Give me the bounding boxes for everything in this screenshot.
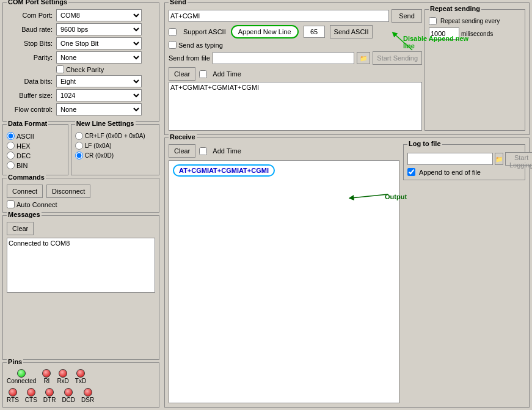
support-ascii-label: Support ASCII	[183, 28, 226, 35]
data-bits-select[interactable]: Eight	[56, 75, 142, 87]
append-annotation: Disable Append new line	[403, 35, 468, 49]
repeat-checkbox[interactable]	[429, 17, 437, 25]
send-from-file-label: Send from file	[169, 54, 210, 62]
connect-button[interactable]: Connect	[7, 185, 43, 198]
messages-section: Messages Clear Connected to COM8	[2, 215, 159, 360]
send-section: Send AT+CGMI Send Support ASCII Append N…	[164, 2, 530, 135]
log-file-input[interactable]	[407, 153, 493, 165]
nl-cr-radio[interactable]	[75, 152, 83, 159]
baud-rate-select[interactable]: 9600 bps	[56, 23, 142, 35]
pins-title: Pins	[7, 358, 23, 365]
ri-led	[42, 369, 51, 378]
flow-control-label: Flow control:	[7, 106, 53, 113]
repeat-label: Repeat sending every	[440, 18, 500, 24]
com-port-title: COM Port Settings	[7, 0, 68, 5]
send-button[interactable]: Send	[392, 9, 422, 23]
ascii-number-input[interactable]: 65	[304, 26, 325, 38]
stop-bits-select[interactable]: One Stop Bit	[56, 37, 142, 49]
auto-connect-checkbox[interactable]	[7, 200, 15, 208]
receive-add-time-checkbox[interactable]	[199, 147, 207, 155]
support-ascii-checkbox[interactable]	[169, 28, 177, 36]
check-parity-label: Check Parity	[66, 66, 104, 73]
messages-title: Messages	[7, 211, 42, 218]
send-text-area: AT+CGMIAT+CGMIAT+CGMI	[169, 82, 422, 131]
buffer-size-select[interactable]: 1024	[56, 89, 142, 101]
send-as-typing-label: Send as typing	[178, 42, 223, 49]
parity-label: Parity:	[7, 54, 53, 61]
receive-text-area: AT+CGMIAT+CGMIAT+CGMI	[169, 160, 399, 403]
cts-led	[27, 388, 35, 397]
receive-add-time-label: Add Time	[213, 147, 241, 155]
append-end-checkbox[interactable]	[407, 168, 415, 176]
receive-title: Receive	[169, 133, 197, 141]
commands-title: Commands	[7, 174, 46, 181]
messages-text-area: Connected to COM8	[7, 238, 155, 293]
send-clear-button[interactable]: Clear	[169, 67, 195, 81]
start-logging-button[interactable]: Start Logging	[505, 152, 532, 166]
send-ascii-button[interactable]: Send ASCII	[330, 25, 373, 38]
flow-control-select[interactable]: None	[56, 103, 142, 115]
com-port-label: Com Port:	[7, 12, 53, 19]
receive-highlight-text: AT+CGMIAT+CGMIAT+CGMI	[173, 164, 275, 177]
parity-select[interactable]: None	[56, 51, 142, 64]
com-port-settings: COM Port Settings Com Port: COM8 Baud ra…	[2, 2, 159, 122]
messages-clear-button[interactable]: Clear	[7, 222, 34, 235]
auto-connect-label: Auto Connect	[16, 201, 57, 208]
output-annotation: Output	[385, 193, 407, 200]
add-time-label: Add Time	[213, 70, 241, 78]
df-hex-radio[interactable]	[7, 142, 15, 150]
log-title: Log to file	[407, 140, 442, 147]
df-dec-radio[interactable]	[7, 152, 15, 159]
newline-title: New Line Settings	[75, 120, 136, 127]
nl-lf-radio[interactable]	[75, 142, 83, 150]
dtr-led	[45, 388, 54, 397]
send-as-typing-checkbox[interactable]	[169, 41, 177, 49]
rts-led	[9, 388, 17, 397]
txd-led	[76, 369, 85, 378]
baud-rate-label: Baud rate:	[7, 26, 53, 33]
receive-section: Receive Clear Add Time AT+CGMIAT+CGMIAT+…	[164, 137, 530, 408]
send-input[interactable]: AT+CGMI	[169, 10, 389, 22]
append-end-label: Append to end of file	[419, 169, 481, 176]
df-bin-radio[interactable]	[7, 161, 15, 169]
newline-settings-section: New Line Settings CR+LF (0x0D + 0x0A) LF…	[71, 124, 159, 175]
pins-section: Pins Connected RI RxD	[2, 362, 159, 408]
browse-button[interactable]: 📁	[357, 52, 370, 64]
df-ascii-radio[interactable]	[7, 132, 15, 140]
append-new-line-button[interactable]: Append New Line	[231, 25, 299, 38]
send-file-input[interactable]	[213, 52, 354, 64]
nl-crlf-radio[interactable]	[75, 132, 83, 140]
commands-section: Commands Connect Disconnect Auto Connect	[2, 178, 159, 213]
rxd-led	[59, 369, 67, 378]
dcd-led	[64, 388, 73, 397]
disconnect-button[interactable]: Disconnect	[46, 185, 90, 198]
check-parity-checkbox[interactable]	[56, 65, 64, 73]
receive-clear-button[interactable]: Clear	[169, 144, 195, 158]
repeat-title: Repeat sending	[429, 5, 481, 12]
connected-led	[17, 369, 26, 378]
log-browse-button[interactable]: 📁	[495, 153, 503, 165]
add-time-checkbox[interactable]	[199, 70, 207, 78]
data-format-title: Data Format	[7, 120, 48, 127]
stop-bits-label: Stop Bits:	[7, 40, 53, 47]
dsr-led	[84, 388, 92, 397]
buffer-size-label: Buffer size:	[7, 92, 53, 99]
start-sending-button[interactable]: Start Sending	[373, 51, 422, 65]
send-title: Send	[169, 0, 188, 5]
com-port-select[interactable]: COM8	[56, 9, 142, 21]
data-format-section: Data Format ASCII HEX DEC BIN	[2, 124, 68, 175]
data-bits-label: Data bits:	[7, 78, 53, 85]
